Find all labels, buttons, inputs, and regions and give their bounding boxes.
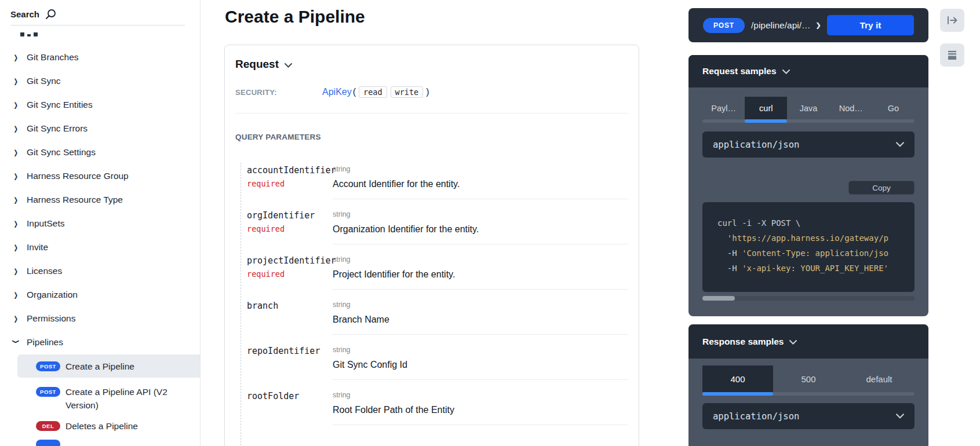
sidebar-item-organization[interactable]: ❯Organization <box>0 283 200 306</box>
response-tab-400[interactable]: 400 <box>702 365 773 392</box>
sidebar-item-harness-resource-group[interactable]: ❯Harness Resource Group <box>0 164 200 188</box>
search-button[interactable]: Search <box>0 0 200 25</box>
security-scheme-link[interactable]: ApiKey <box>322 87 352 97</box>
curl-code-block: curl -i -X POST \ 'https://app.harness.i… <box>702 202 915 292</box>
page-title: Create a Pipeline <box>225 7 365 27</box>
param-description: Branch Name <box>333 313 628 327</box>
param-description: Project Identifier for the entity. <box>333 268 628 282</box>
param-detail-cell: stringOrganization Identifier for the en… <box>333 208 628 244</box>
sidebar-item-label: Git Sync Entities <box>27 100 93 110</box>
param-name-cell: orgIdentifierrequired <box>247 208 333 244</box>
tab-go[interactable]: Go <box>872 97 915 119</box>
sidebar-item-label: Invite <box>27 242 48 253</box>
chevron-right-icon: ❯ <box>14 125 19 132</box>
security-value: ApiKey ( read write ) <box>322 86 431 98</box>
sidebar-item-clipped <box>20 32 38 36</box>
endpoint-bar[interactable]: POST /pipeline/api/… ❯ Try it <box>688 8 928 42</box>
sidebar-item-invite[interactable]: ❯Invite <box>0 235 200 259</box>
param-detail-cell: stringProject Identifier for the entity. <box>333 253 628 290</box>
param-row-accountidentifier: accountIdentifierrequiredstringAccount I… <box>247 163 628 199</box>
page-outline-icon <box>947 50 957 60</box>
chevron-right-icon: ❯ <box>816 21 821 29</box>
sidebar-item-harness-resource-type[interactable]: ❯Harness Resource Type <box>0 188 200 211</box>
language-tabs: Payl…curlJavaNod…Go <box>702 97 915 119</box>
param-type: string <box>333 343 628 355</box>
param-name-cell: projectIdentifierrequired <box>247 253 333 290</box>
sidebar-operation-create-a-pipeline[interactable]: POSTCreate a Pipeline <box>17 354 200 378</box>
request-content-type-dropdown[interactable]: application/json <box>702 131 915 158</box>
method-badge: POST <box>703 18 745 33</box>
code-line: -H 'x-api-key: YOUR_API_KEY_HERE' <box>717 261 915 276</box>
sidebar-item-git-branches[interactable]: ❯Git Branches <box>0 45 200 69</box>
param-description: Account Identifier for the entity. <box>333 177 628 191</box>
tab-track <box>702 392 915 396</box>
sidebar-item-licenses[interactable]: ❯Licenses <box>0 259 200 283</box>
sidebar-operation-deletes-a-pipeline[interactable]: DELDeletes a Pipeline <box>0 419 200 433</box>
tab-payl[interactable]: Payl… <box>702 97 745 119</box>
sidebar-item-inputsets[interactable]: ❯InputSets <box>0 211 200 235</box>
code-line: 'https://app.harness.io/gateway/p <box>717 231 915 246</box>
sidebar-item-permissions[interactable]: ❯Permissions <box>0 306 200 330</box>
request-samples-toggle[interactable]: Request samples <box>688 55 928 87</box>
scope-badge-read: read <box>359 86 387 98</box>
request-section-toggle[interactable]: Request <box>235 58 628 71</box>
sidebar-item-pipelines[interactable]: ❯Pipelines <box>0 330 200 354</box>
sidebar-operation-create-a-pipeline-api-v2-version[interactable]: POSTCreate a Pipeline API (V2 Version) <box>0 385 200 412</box>
chevron-right-icon: ❯ <box>14 196 19 203</box>
response-content-type-dropdown[interactable]: application/json <box>702 403 915 429</box>
chevron-down-icon <box>896 414 904 419</box>
chevron-down-icon <box>896 142 904 147</box>
param-row-rootfolder: rootFolderstringRoot Folder Path of the … <box>247 389 628 425</box>
samples-outline-button[interactable] <box>940 43 964 67</box>
param-name-cell: repoIdentifier <box>247 343 333 380</box>
response-samples-toggle[interactable]: Response samples <box>688 324 928 359</box>
param-type: string <box>333 208 628 220</box>
active-tab-underline <box>745 119 787 123</box>
code-token: curl -i -X POST \ <box>717 218 800 228</box>
param-row-orgidentifier: orgIdentifierrequiredstringOrganization … <box>247 208 628 244</box>
param-name: accountIdentifier <box>247 163 333 177</box>
response-tab-500[interactable]: 500 <box>773 365 844 392</box>
response-content-type-value: application/json <box>713 411 799 422</box>
param-required-flag: required <box>247 222 333 235</box>
chevron-right-icon: ❯ <box>14 172 19 180</box>
sidebar-item-git-sync-settings[interactable]: ❯Git Sync Settings <box>0 140 200 164</box>
method-badge: POST <box>36 387 60 397</box>
response-samples-panel: Response samples 400500default applicati… <box>688 324 928 446</box>
sidebar-item-git-sync-entities[interactable]: ❯Git Sync Entities <box>0 93 200 116</box>
request-samples-panel: Request samples Payl…curlJavaNod…Go appl… <box>688 55 928 316</box>
clipped-method-badge <box>36 440 60 446</box>
response-tab-default[interactable]: default <box>844 365 915 392</box>
sidebar-item-git-sync[interactable]: ❯Git Sync <box>0 69 200 93</box>
sidebar-item-label: Git Sync <box>27 76 61 86</box>
tab-curl[interactable]: curl <box>745 97 787 119</box>
chevron-right-icon: ❯ <box>13 339 20 345</box>
collapse-panel-button[interactable] <box>940 9 964 32</box>
response-code-tabs: 400500default <box>702 365 915 392</box>
sidebar-item-label: Licenses <box>27 266 62 276</box>
code-token <box>717 233 727 243</box>
paren-close: ) <box>426 87 429 97</box>
param-required-flag: required <box>247 177 333 190</box>
sidebar-item-git-sync-errors[interactable]: ❯Git Sync Errors <box>0 116 200 140</box>
security-row: SECURITY: ApiKey ( read write ) <box>235 86 628 98</box>
sidebar: Search ❯Git Branches❯Git Sync❯Git Sync E… <box>0 0 201 446</box>
tab-java[interactable]: Java <box>787 97 829 119</box>
chevron-right-icon: ❯ <box>14 148 19 156</box>
sidebar-item-label: Pipelines <box>27 337 63 348</box>
param-required-flag: required <box>247 268 333 280</box>
chevron-right-icon: ❯ <box>14 243 19 251</box>
operation-label: Create a Pipeline <box>65 360 134 373</box>
param-type: string <box>333 298 628 310</box>
code-scrollbar-thumb[interactable] <box>702 296 735 301</box>
try-it-button[interactable]: Try it <box>827 15 914 35</box>
copy-button[interactable]: Copy <box>848 181 915 195</box>
response-samples-title: Response samples <box>702 337 784 347</box>
query-parameters-list: accountIdentifierrequiredstringAccount I… <box>241 163 628 446</box>
paren-open: ( <box>353 87 356 97</box>
param-name-cell: rootFolder <box>247 389 333 425</box>
param-detail-cell: stringGit Sync Config Id <box>333 343 628 380</box>
code-token: -H <box>717 248 742 258</box>
tab-nod[interactable]: Nod… <box>830 97 872 119</box>
param-name-cell: accountIdentifierrequired <box>247 163 333 199</box>
